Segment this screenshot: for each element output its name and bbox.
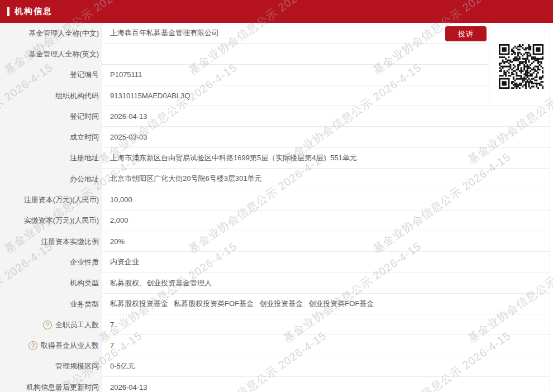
field-value-registration-date: 2026-04-13 xyxy=(102,106,550,127)
section-header: 机构信息 xyxy=(0,0,553,23)
table-row: 实缴资本(万元)(人民币) 2,000 xyxy=(0,211,550,231)
table-row: 注册资本(万元)(人民币) 10,000 xyxy=(0,189,550,210)
field-value-manager-name-en xyxy=(102,44,489,64)
field-value-qualified-staff: 7 xyxy=(102,335,550,356)
field-label: 注册地址 xyxy=(0,148,102,169)
title-accent-bar xyxy=(7,7,9,16)
field-value-aum-range: 0-5亿元 xyxy=(102,356,550,377)
field-label: 注册资本实缴比例 xyxy=(0,231,102,252)
table-row: 基金管理人全称(英文) xyxy=(0,44,550,64)
field-label: 企业性质 xyxy=(0,252,102,273)
field-value-registration-number: P1075111 xyxy=(102,65,489,85)
institution-info-page: 机构信息 基金管理人全称(中文) 上海犇百年私募基金管理有限公司 基金管理人全称… xyxy=(0,0,553,392)
table-row: 管理规模区间 0-5亿元 xyxy=(0,356,550,377)
field-label: ? 取得基金从业人数 xyxy=(0,335,102,356)
field-label-text: 全职员工人数 xyxy=(55,320,99,330)
table-row: 办公地址 北京市朝阳区广化大街20号院6号楼3层301单元 xyxy=(0,169,550,189)
table-row: 登记时间 2026-04-13 xyxy=(0,106,550,127)
field-label: ? 全职员工人数 xyxy=(0,314,102,335)
field-value-paid-in-capital: 2,000 xyxy=(102,211,550,231)
page-title: 机构信息 xyxy=(15,6,53,17)
field-label: 组织机构代码 xyxy=(0,85,102,106)
table-row: 业务类型 私募股权投资基金 私募股权投资类FOF基金 创业投资基金 创业投资类F… xyxy=(0,294,550,314)
field-label: 成立时间 xyxy=(0,127,102,147)
field-value-org-code: 91310115MAED0ABL3Q xyxy=(102,85,489,106)
table-row: 注册资本实缴比例 20% xyxy=(0,231,550,252)
complaint-button[interactable]: 投诉 xyxy=(445,26,487,41)
field-label: 注册资本(万元)(人民币) xyxy=(0,189,102,210)
field-value-business-types: 私募股权投资基金 私募股权投资类FOF基金 创业投资基金 创业投资类FOF基金 xyxy=(102,294,550,314)
field-label: 管理规模区间 xyxy=(0,356,102,377)
field-value-paid-in-ratio: 20% xyxy=(102,231,550,252)
field-label: 基金管理人全称(英文) xyxy=(0,44,102,64)
field-value-registered-capital: 10,000 xyxy=(102,189,550,210)
field-value-institution-type: 私募股权、创业投资基金管理人 xyxy=(102,273,550,294)
field-value-registered-address: 上海市浦东新区自由贸易试验区中科路1699第5层（实际楼层第4层）551单元 xyxy=(102,148,550,169)
field-label: 机构类型 xyxy=(0,273,102,294)
help-icon[interactable]: ? xyxy=(43,321,52,329)
qr-panel xyxy=(489,23,550,106)
table-row: 机构类型 私募股权、创业投资基金管理人 xyxy=(0,273,550,294)
field-label: 登记时间 xyxy=(0,106,102,127)
field-label: 业务类型 xyxy=(0,294,102,314)
table-row: 组织机构代码 91310115MAED0ABL3Q xyxy=(0,85,550,106)
table-row: ? 全职员工人数 7 xyxy=(0,314,550,335)
table-row: 企业性质 内资企业 xyxy=(0,252,550,273)
field-value-manager-name-cn: 上海犇百年私募基金管理有限公司 xyxy=(102,23,489,44)
institution-info-table: 基金管理人全称(中文) 上海犇百年私募基金管理有限公司 基金管理人全称(英文) … xyxy=(0,23,550,392)
help-icon[interactable]: ? xyxy=(28,341,37,350)
table-row: 注册地址 上海市浦东新区自由贸易试验区中科路1699第5层（实际楼层第4层）55… xyxy=(0,148,550,169)
table-row: 机构信息最后更新时间 2026-04-13 xyxy=(0,377,550,392)
qr-code xyxy=(499,44,544,89)
field-value-fulltime-staff: 7 xyxy=(102,314,550,335)
field-value-last-update-date: 2026-04-13 xyxy=(102,377,550,392)
field-value-enterprise-nature: 内资企业 xyxy=(102,252,550,273)
field-value-office-address: 北京市朝阳区广化大街20号院6号楼3层301单元 xyxy=(102,169,550,189)
table-row: 登记编号 P1075111 xyxy=(0,65,550,85)
field-label: 基金管理人全称(中文) xyxy=(0,23,102,44)
field-label: 实缴资本(万元)(人民币) xyxy=(0,211,102,231)
field-label: 登记编号 xyxy=(0,65,102,85)
field-label: 机构信息最后更新时间 xyxy=(0,377,102,392)
field-label-text: 取得基金从业人数 xyxy=(41,341,99,351)
field-value-establish-date: 2025-03-03 xyxy=(102,127,550,147)
table-row: ? 取得基金从业人数 7 xyxy=(0,335,550,356)
field-label: 办公地址 xyxy=(0,169,102,189)
table-row: 成立时间 2025-03-03 xyxy=(0,127,550,147)
